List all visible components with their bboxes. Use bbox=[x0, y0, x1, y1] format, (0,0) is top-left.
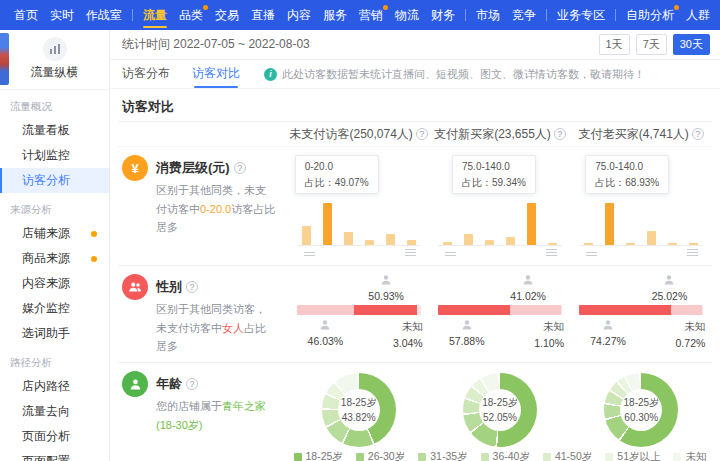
layout: 流量纵横 流量概况流量看板计划监控访客分析来源分析店铺来源商品来源内容来源媒介监… bbox=[0, 30, 720, 461]
consumption-bar-chart[interactable]: 75.0-140.0占比：68.93% bbox=[577, 155, 705, 259]
help-icon[interactable]: ? bbox=[186, 378, 198, 390]
sidebar-item[interactable]: 页面配置 bbox=[0, 449, 109, 461]
sidebar-item[interactable]: 访客分析 bbox=[0, 168, 109, 193]
nav-item[interactable]: 自助分析 bbox=[620, 0, 680, 30]
age-row: 年龄?您的店铺属于青年之家(18-30岁)18-25岁43.82%18-25岁5… bbox=[118, 363, 712, 447]
age-donut-chart[interactable]: 18-25岁52.05% bbox=[463, 373, 537, 447]
female-percent: 41.02% bbox=[498, 290, 558, 302]
info-icon: i bbox=[264, 68, 277, 81]
nav-item[interactable]: 竞争 bbox=[506, 0, 542, 30]
age-donut-chart[interactable]: 18-25岁60.30% bbox=[604, 373, 678, 447]
age-donut-chart[interactable]: 18-25岁43.82% bbox=[322, 373, 396, 447]
legend-item[interactable]: 18-25岁 bbox=[294, 450, 343, 461]
female-icon bbox=[663, 274, 675, 286]
legend-item[interactable]: 26-30岁 bbox=[356, 450, 405, 461]
legend-item[interactable]: 41-50岁 bbox=[543, 450, 592, 461]
nav-item[interactable]: 作战室 bbox=[80, 0, 128, 30]
gender-title-row: 性别? bbox=[156, 278, 288, 296]
sidebar-item[interactable]: 选词助手 bbox=[0, 321, 109, 346]
help-icon[interactable]: ? bbox=[186, 281, 198, 293]
sidebar-item[interactable]: 商品来源 bbox=[0, 246, 109, 271]
sidebar-item[interactable]: 店铺来源 bbox=[0, 221, 109, 246]
gender-bar-chart[interactable]: 41.02%57.88%未知1.10% bbox=[436, 274, 564, 350]
nav-item[interactable]: 营销 bbox=[353, 0, 389, 30]
floating-banner[interactable] bbox=[0, 33, 9, 85]
notification-dot bbox=[91, 231, 97, 237]
sidebar-item[interactable]: 店内路径 bbox=[0, 374, 109, 399]
range-button[interactable]: 1天 bbox=[599, 34, 630, 55]
nav-item[interactable]: 首页 bbox=[8, 0, 44, 30]
unknown-segment bbox=[561, 305, 562, 315]
tab[interactable]: 访客分布 bbox=[122, 60, 170, 89]
help-icon[interactable]: ? bbox=[692, 128, 704, 140]
gender-stacked-bar bbox=[579, 305, 703, 315]
age-icon bbox=[122, 371, 148, 397]
sidebar-item[interactable]: 内容来源 bbox=[0, 271, 109, 296]
nav-item[interactable]: 人群 bbox=[680, 0, 716, 30]
sidebar-item[interactable]: 流量看板 bbox=[0, 118, 109, 143]
help-icon[interactable]: ? bbox=[416, 128, 428, 140]
legend-item[interactable]: 未知 bbox=[673, 450, 706, 461]
nav-item[interactable]: 内容 bbox=[281, 0, 317, 30]
female-marker: 41.02% bbox=[498, 274, 558, 302]
legend-item[interactable]: 31-35岁 bbox=[418, 450, 467, 461]
female-marker: 25.02% bbox=[639, 274, 699, 302]
tab[interactable]: 访客对比 bbox=[192, 60, 240, 89]
range-button[interactable]: 30天 bbox=[673, 34, 710, 55]
notification-dot bbox=[383, 5, 388, 10]
sidebar-item[interactable]: 计划监控 bbox=[0, 143, 109, 168]
nav-item[interactable]: 交易 bbox=[209, 0, 245, 30]
sidebar-item[interactable]: 媒介监控 bbox=[0, 296, 109, 321]
unknown-marker: 未知0.72% bbox=[676, 319, 706, 352]
nav-item[interactable]: 市场 bbox=[470, 0, 506, 30]
male-icon bbox=[461, 319, 473, 331]
gender-stacked-bar bbox=[297, 305, 421, 315]
legend-label: 未知 bbox=[685, 450, 706, 461]
legend-swatch bbox=[294, 453, 302, 461]
gender-bar-chart[interactable]: 25.02%74.27%未知0.72% bbox=[577, 274, 705, 350]
stat-time: 统计时间 2022-07-05 ~ 2022-08-03 bbox=[122, 36, 310, 53]
consumption-cell: 75.0-140.0占比：59.34% bbox=[429, 155, 570, 259]
bar-chart-icon bbox=[49, 43, 61, 55]
donut-center-percent: 43.82% bbox=[342, 410, 376, 426]
nav-item[interactable]: 财务 bbox=[425, 0, 461, 30]
legend-item[interactable]: 36-40岁 bbox=[481, 450, 530, 461]
unknown-percent: 1.10% bbox=[534, 336, 564, 352]
nav-item[interactable]: 业务专区 bbox=[551, 0, 611, 30]
tooltip-line: 75.0-140.0 bbox=[462, 159, 526, 175]
bars-area bbox=[297, 202, 421, 246]
unknown-label: 未知 bbox=[393, 319, 423, 335]
gender-bar-chart[interactable]: 50.93%46.03%未知3.04% bbox=[295, 274, 423, 350]
gender-description: 区别于其他同类访客，未支付访客中女人占比居多 bbox=[156, 300, 288, 356]
nav-item[interactable]: 学堂 bbox=[716, 0, 720, 30]
male-percent: 57.88% bbox=[437, 335, 497, 347]
sidebar-item[interactable]: 页面分析 bbox=[0, 424, 109, 449]
unknown-label: 未知 bbox=[534, 319, 564, 335]
bar bbox=[407, 240, 416, 245]
legend-label: 36-40岁 bbox=[493, 450, 530, 461]
consumption-bar-chart[interactable]: 0-20.0占比：49.07% bbox=[295, 155, 423, 259]
range-button[interactable]: 7天 bbox=[636, 34, 667, 55]
bar bbox=[443, 242, 452, 245]
nav-item[interactable]: 流量 bbox=[137, 0, 173, 30]
male-icon bbox=[602, 319, 614, 331]
column-header-label: 未支付访客(250,074人) bbox=[289, 126, 412, 143]
help-icon[interactable]: ? bbox=[234, 162, 246, 174]
legend-label: 18-25岁 bbox=[306, 450, 343, 461]
unknown-marker: 未知3.04% bbox=[393, 319, 423, 352]
stat-header-row: 统计时间 2022-07-05 ~ 2022-08-03 1天7天30天 bbox=[110, 30, 720, 60]
nav-item[interactable]: 直播 bbox=[245, 0, 281, 30]
notice-text: 此处访客数据暂未统计直播间、短视频、图文、微详情访客数，敬请期待！ bbox=[282, 67, 645, 82]
nav-item[interactable]: 品类 bbox=[173, 0, 209, 30]
sidebar-item[interactable]: 流量去向 bbox=[0, 399, 109, 424]
bar bbox=[668, 243, 677, 245]
legend-item[interactable]: 51岁以上 bbox=[605, 450, 660, 461]
column-header: 支付新买家(23,655人)? bbox=[429, 126, 570, 143]
consumption-bar-chart[interactable]: 75.0-140.0占比：59.34% bbox=[436, 155, 564, 259]
help-icon[interactable]: ? bbox=[554, 128, 566, 140]
nav-item[interactable]: 实时 bbox=[44, 0, 80, 30]
nav-item[interactable]: 物流 bbox=[389, 0, 425, 30]
nav-item[interactable]: 服务 bbox=[317, 0, 353, 30]
male-percent: 46.03% bbox=[295, 335, 355, 347]
x-axis-label bbox=[546, 249, 557, 256]
